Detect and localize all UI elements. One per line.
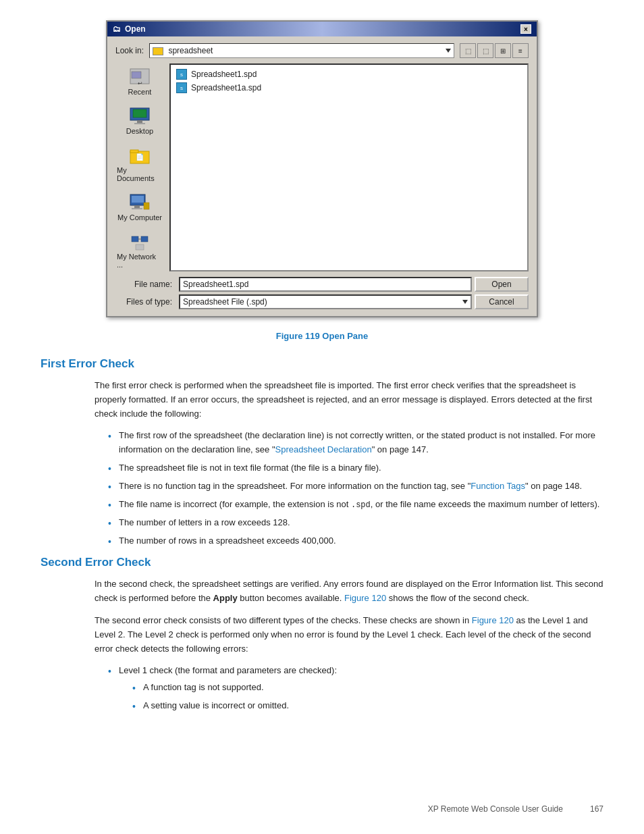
bullet-item-4: The file name is incorrect (for example,…	[108, 498, 603, 512]
function-tags-link[interactable]: Function Tags	[471, 481, 525, 491]
filetype-row: Files of type: Spreadsheet File (.spd) C…	[115, 294, 529, 309]
svg-text:📄: 📄	[136, 153, 144, 161]
file-name-2: Spreadsheet1a.spd	[191, 83, 261, 93]
dialog-main: ↩ Recent Desktop	[115, 63, 529, 271]
bullet-level1: Level 1 check (the format and parameters…	[108, 664, 603, 712]
toolbar-btn-2[interactable]: ⬚	[477, 43, 493, 58]
file-icon-2: s	[176, 82, 187, 93]
section1-bullets: The first row of the spreadsheet (the de…	[108, 429, 603, 548]
sidebar-mycomputer-label: My Computer	[117, 213, 162, 221]
svg-rect-1	[132, 72, 141, 78]
section2-para2: The second error check consists of two d…	[95, 614, 603, 656]
lookin-dropdown[interactable]: spreadsheet	[149, 43, 454, 58]
spreadsheet-declaration-link[interactable]: Spreadsheet Declaration	[275, 444, 372, 454]
sub-bullet-1: A function tag is not supported.	[132, 681, 603, 695]
lookin-row: Look in: spreadsheet ⬚ ⬚ ⊞ ≡	[115, 43, 529, 58]
svg-rect-6	[134, 123, 145, 124]
svg-rect-5	[137, 120, 142, 123]
svg-rect-16	[141, 236, 148, 242]
file-name-1: Spreadsheet1.spd	[191, 70, 257, 79]
sidebar-recent[interactable]: ↩ Recent	[115, 63, 164, 99]
dialog-bottom: File name: Spreadsheet1.spd Open Files o…	[115, 277, 529, 309]
filename-row: File name: Spreadsheet1.spd Open	[115, 277, 529, 292]
bullet-item-5: The number of letters in a row exceeds 1…	[108, 516, 603, 530]
toolbar-btn-1[interactable]: ⬚	[460, 43, 476, 58]
file-icon-1: s	[176, 69, 187, 80]
desktop-icon	[129, 105, 151, 127]
filetype-dropdown[interactable]: Spreadsheet File (.spd)	[179, 294, 472, 309]
sidebar-mynetwork-label: My Network ...	[117, 253, 163, 269]
svg-text:↩: ↩	[138, 80, 142, 86]
svg-rect-11	[132, 196, 144, 203]
sidebar-desktop-label: Desktop	[126, 127, 153, 135]
filename-label: File name:	[115, 280, 176, 289]
lookin-label: Look in:	[115, 46, 144, 55]
toolbar-buttons: ⬚ ⬚ ⊞ ≡	[460, 43, 529, 58]
file-item-2[interactable]: s Spreadsheet1a.spd	[173, 81, 525, 95]
file-list: s Spreadsheet1.spd s Spreadsheet1a.spd	[169, 63, 529, 271]
section2-bullets: Level 1 check (the format and parameters…	[108, 664, 603, 712]
dialog-titlebar: 🗂 Open ×	[107, 22, 537, 36]
figure-caption: Figure 119 Open Pane	[41, 331, 603, 341]
sidebar-mycomputer[interactable]: My Computer	[115, 189, 164, 224]
mycomputer-icon	[129, 192, 151, 213]
svg-rect-12	[134, 205, 140, 208]
dialog-icon: 🗂	[113, 24, 121, 34]
filename-input[interactable]: Spreadsheet1.spd	[179, 277, 472, 292]
section1-heading: First Error Check	[41, 357, 603, 371]
filetype-label: Files of type:	[115, 297, 176, 307]
dialog-title: Open	[125, 24, 146, 34]
close-button[interactable]: ×	[520, 24, 531, 34]
svg-rect-4	[133, 109, 146, 118]
bullet-item-3: There is no function tag in the spreadsh…	[108, 479, 603, 494]
svg-rect-14	[144, 203, 149, 209]
section1-intro: The first error check is performed when …	[95, 379, 603, 421]
bullet-item-2: The spreadsheet file is not in text file…	[108, 461, 603, 475]
lookin-arrow-icon	[446, 49, 451, 53]
svg-rect-15	[132, 236, 138, 242]
places-sidebar: ↩ Recent Desktop	[115, 63, 164, 271]
filetype-dropdown-row: Spreadsheet File (.spd)	[179, 294, 472, 309]
bullet-item-1: The first row of the spreadsheet (the de…	[108, 429, 603, 457]
sub-bullets: A function tag is not supported. A setti…	[132, 681, 603, 713]
svg-rect-13	[132, 208, 142, 209]
filetype-arrow-icon	[462, 300, 468, 304]
mynetwork-icon	[129, 231, 151, 253]
figure120-link-2[interactable]: Figure 120	[472, 615, 514, 625]
bullet-item-6: The number of rows in a spreadsheet exce…	[108, 534, 603, 548]
recent-icon: ↩	[129, 66, 151, 88]
sidebar-mynetwork[interactable]: My Network ...	[115, 228, 164, 271]
section-second-error-check: Second Error Check In the second check, …	[41, 556, 603, 712]
lookin-value: spreadsheet	[153, 46, 213, 55]
section-first-error-check: First Error Check The first error check …	[41, 357, 603, 548]
open-dialog: 🗂 Open × Look in: spreadsheet ⬚ ⬚	[106, 20, 538, 317]
sidebar-recent-label: Recent	[128, 88, 152, 96]
svg-rect-8	[130, 150, 138, 153]
footer-guide: XP Remote Web Console User Guide	[428, 804, 563, 814]
sidebar-mydocs[interactable]: 📄 My Documents	[115, 142, 164, 185]
section2-heading: Second Error Check	[41, 556, 603, 569]
file-item-1[interactable]: s Spreadsheet1.spd	[173, 68, 525, 81]
sidebar-desktop[interactable]: Desktop	[115, 103, 164, 138]
open-button[interactable]: Open	[475, 277, 529, 292]
titlebar-left: 🗂 Open	[113, 24, 146, 34]
section2-para1: In the second check, the spreadsheet set…	[95, 577, 603, 606]
page-footer: XP Remote Web Console User Guide 167	[428, 804, 603, 814]
sidebar-mydocs-label: My Documents	[117, 166, 163, 182]
cancel-button[interactable]: Cancel	[475, 294, 529, 309]
dialog-body: Look in: spreadsheet ⬚ ⬚ ⊞ ≡	[107, 36, 537, 316]
figure120-link-1[interactable]: Figure 120	[344, 593, 386, 603]
footer-page: 167	[590, 804, 603, 814]
toolbar-btn-4[interactable]: ≡	[512, 43, 529, 58]
sub-bullet-2: A setting value is incorrect or omitted.	[132, 699, 603, 713]
folder-icon	[153, 47, 163, 55]
mydocs-icon: 📄	[129, 145, 151, 166]
svg-rect-18	[136, 244, 144, 250]
toolbar-btn-3[interactable]: ⊞	[495, 43, 511, 58]
